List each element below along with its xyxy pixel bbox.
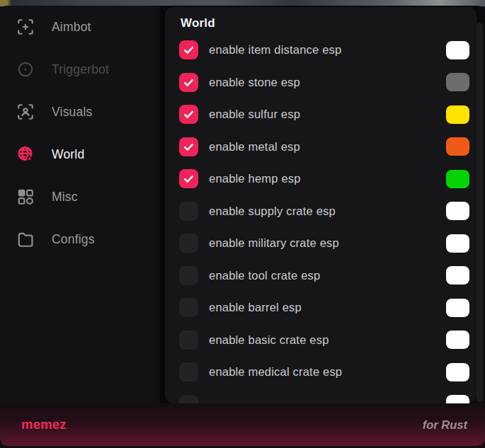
esp-checkbox[interactable] bbox=[179, 202, 198, 221]
panel-title: World bbox=[181, 16, 477, 31]
esp-color-swatch[interactable] bbox=[446, 170, 469, 188]
sidebar-item-misc[interactable]: Misc bbox=[0, 176, 160, 218]
aimbot-crosshair-icon bbox=[16, 18, 35, 37]
sidebar-item-label: Triggerbot bbox=[52, 62, 109, 77]
esp-option-row: enable item distance esp bbox=[165, 34, 477, 67]
menu-root: Aimbot Triggerbot Visual bbox=[0, 6, 485, 446]
esp-option-row: enable barrel esp bbox=[165, 292, 477, 324]
scrollbar-thumb[interactable] bbox=[477, 23, 483, 402]
esp-color-swatch[interactable] bbox=[446, 105, 469, 124]
world-settings-panel: World enable item distance esp enable st… bbox=[165, 7, 477, 403]
esp-option-label: enable supply crate esp bbox=[209, 205, 336, 218]
checkmark-icon bbox=[183, 108, 195, 120]
esp-color-swatch[interactable] bbox=[446, 137, 469, 156]
esp-option-label: enable metal esp bbox=[209, 140, 300, 154]
esp-option-label: enable stone esp bbox=[209, 76, 300, 89]
esp-color-swatch[interactable] bbox=[446, 73, 469, 91]
esp-option-label: enable military crate esp bbox=[209, 236, 339, 250]
brand-tagline: for Rust bbox=[423, 418, 467, 432]
esp-option-row: enable metal esp bbox=[165, 131, 477, 163]
checkmark-icon bbox=[183, 141, 195, 153]
sidebar-item-label: Misc bbox=[52, 190, 78, 205]
esp-color-swatch[interactable] bbox=[446, 299, 469, 317]
esp-option-row: enable tool crate esp bbox=[165, 260, 477, 292]
esp-option-row: enable sulfur esp bbox=[165, 98, 477, 131]
cheat-menu-window: Aimbot Triggerbot Visual bbox=[0, 0, 485, 448]
sidebar-item-aimbot[interactable]: Aimbot bbox=[0, 6, 160, 48]
esp-option-label: enable item distance esp bbox=[209, 43, 341, 57]
esp-option-label: enable barrel esp bbox=[209, 301, 302, 314]
esp-option-label: enable hemp esp bbox=[209, 172, 301, 185]
checkmark-icon bbox=[183, 173, 195, 185]
esp-color-swatch[interactable] bbox=[446, 363, 469, 381]
esp-checkbox[interactable] bbox=[179, 137, 198, 156]
esp-checkbox[interactable] bbox=[179, 362, 198, 381]
esp-checkbox[interactable] bbox=[179, 234, 198, 253]
esp-color-swatch[interactable] bbox=[446, 266, 469, 285]
esp-color-swatch[interactable] bbox=[446, 41, 469, 59]
esp-option-row: enable military crate esp bbox=[165, 227, 477, 260]
esp-color-swatch[interactable] bbox=[446, 234, 469, 253]
misc-shapes-grid-icon bbox=[16, 188, 35, 207]
esp-checkbox[interactable] bbox=[179, 169, 198, 188]
esp-checkbox[interactable] bbox=[179, 40, 198, 59]
esp-color-swatch[interactable] bbox=[446, 331, 469, 349]
checkmark-icon bbox=[183, 76, 195, 88]
esp-checkbox[interactable] bbox=[179, 266, 198, 285]
esp-checkbox[interactable] bbox=[179, 73, 198, 92]
sidebar-item-label: Aimbot bbox=[52, 20, 91, 35]
visuals-scan-person-icon bbox=[16, 103, 35, 122]
sidebar-item-label: World bbox=[52, 147, 84, 162]
esp-option-row: enable basic crate esp bbox=[165, 324, 477, 357]
configs-folder-icon bbox=[16, 230, 35, 249]
footer-bar: memez for Rust bbox=[0, 403, 485, 446]
sidebar-item-triggerbot[interactable]: Triggerbot bbox=[0, 48, 160, 91]
esp-option-label: enable medical crate esp bbox=[209, 365, 342, 379]
esp-option-label: enable sulfur esp bbox=[209, 108, 300, 121]
esp-checkbox[interactable] bbox=[179, 331, 198, 350]
sidebar-item-label: Visuals bbox=[52, 105, 93, 120]
triggerbot-target-icon bbox=[16, 60, 35, 79]
checkmark-icon bbox=[183, 44, 195, 56]
sidebar-item-visuals[interactable]: Visuals bbox=[0, 91, 160, 133]
esp-color-swatch[interactable] bbox=[446, 395, 469, 403]
esp-checkbox[interactable] bbox=[179, 298, 198, 317]
world-globe-icon bbox=[16, 145, 35, 164]
esp-options-list: enable item distance esp enable stone es… bbox=[165, 34, 477, 403]
esp-option-row: enable medical crate esp bbox=[165, 356, 477, 389]
sidebar-item-label: Configs bbox=[52, 232, 95, 247]
esp-option-row bbox=[165, 389, 477, 404]
esp-option-row: enable hemp esp bbox=[165, 163, 477, 195]
esp-option-label: enable tool crate esp bbox=[209, 269, 320, 282]
esp-option-row: enable stone esp bbox=[165, 67, 477, 99]
brand-name: memez bbox=[21, 417, 67, 432]
sidebar-item-world[interactable]: World bbox=[0, 133, 160, 176]
esp-option-label: enable basic crate esp bbox=[209, 333, 329, 347]
esp-option-row: enable supply crate esp bbox=[165, 195, 477, 228]
sidebar: Aimbot Triggerbot Visual bbox=[0, 6, 160, 403]
esp-color-swatch[interactable] bbox=[446, 202, 469, 220]
esp-checkbox[interactable] bbox=[179, 395, 198, 403]
esp-checkbox[interactable] bbox=[179, 105, 198, 124]
sidebar-item-configs[interactable]: Configs bbox=[0, 218, 160, 260]
